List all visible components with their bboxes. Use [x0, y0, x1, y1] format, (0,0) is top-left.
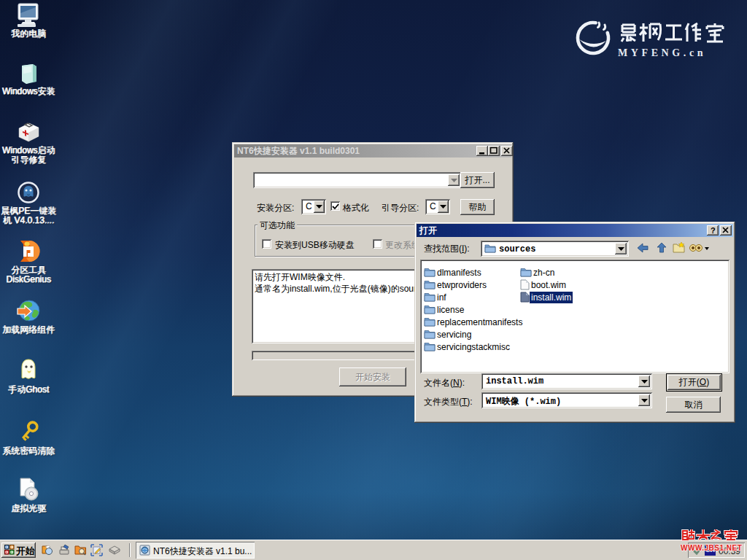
svg-text:MYFENG.cn: MYFENG.cn	[618, 47, 706, 58]
svg-text:?: ?	[711, 226, 716, 235]
